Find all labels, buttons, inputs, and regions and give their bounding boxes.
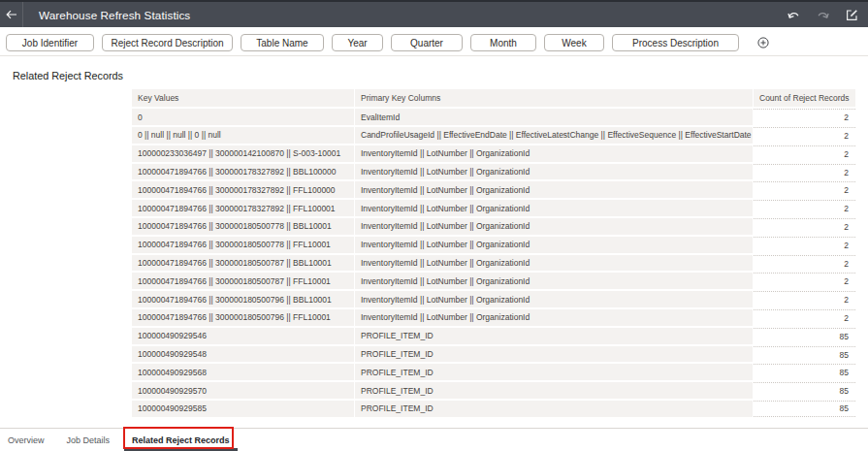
key-values-cell: 0 xyxy=(132,109,355,125)
primary-key-columns-cell: PROFILE_ITEM_ID xyxy=(355,382,754,399)
table-row[interactable]: 100000233036497 || 300000142100870 || S-… xyxy=(132,145,855,162)
column-header-key-values[interactable]: Key Values xyxy=(132,89,355,107)
table-row[interactable]: 100000490929585 PROFILE_ITEM_ID 85 xyxy=(132,401,855,417)
primary-key-columns-cell: InventoryItemId || LotNumber || Organiza… xyxy=(355,164,754,180)
key-values-cell: 100000490929570 xyxy=(132,382,355,399)
table-row[interactable]: 100000471894766 || 300000178327892 || FF… xyxy=(132,181,855,198)
undo-icon xyxy=(788,9,800,21)
filter-chip-reject-record-description[interactable]: Reject Record Description xyxy=(102,34,233,51)
count-cell: 85 xyxy=(754,328,855,344)
tab-related-reject-records[interactable]: Related Reject Records xyxy=(124,429,238,451)
filter-chip-bar: Job IdentifierReject Record DescriptionT… xyxy=(6,34,769,51)
section-title: Related Reject Records xyxy=(13,70,123,81)
table-row[interactable]: 100000471894766 || 300000180500778 || BB… xyxy=(132,218,855,235)
filter-chip-process-description[interactable]: Process Description xyxy=(612,34,739,51)
bottom-tab-bar: OverviewJob DetailsRelated Reject Record… xyxy=(0,428,868,451)
key-values-cell: 0 || null || null || 0 || null xyxy=(132,127,355,144)
page-title: Warehouse Refresh Statistics xyxy=(39,9,190,21)
undo-button[interactable] xyxy=(788,9,800,21)
redo-button[interactable] xyxy=(817,9,829,21)
primary-key-columns-cell: InventoryItemId || LotNumber || Organiza… xyxy=(355,181,754,198)
key-values-cell: 100000471894766 || 300000180500787 || FF… xyxy=(132,273,355,289)
count-cell: 2 xyxy=(754,218,855,235)
primary-key-columns-cell: PROFILE_ITEM_ID xyxy=(355,346,754,363)
key-values-cell: 100000490929546 xyxy=(132,328,355,344)
table-row[interactable]: 100000471894766 || 300000180500796 || FF… xyxy=(132,309,855,326)
reject-records-table: Key Values Primary Key Columns Count of … xyxy=(132,87,855,419)
key-values-cell: 100000471894766 || 300000180500778 || BB… xyxy=(132,218,355,235)
table-row[interactable]: 100000471894766 || 300000180500796 || BB… xyxy=(132,291,855,307)
key-values-cell: 100000490929585 xyxy=(132,401,355,417)
tab-overview[interactable]: Overview xyxy=(0,429,52,451)
count-cell: 2 xyxy=(754,127,855,144)
count-cell: 2 xyxy=(754,291,855,307)
primary-key-columns-cell: InventoryItemId || LotNumber || Organiza… xyxy=(355,291,754,307)
table-row[interactable]: 100000490929570 PROFILE_ITEM_ID 85 xyxy=(132,382,855,399)
back-button[interactable] xyxy=(0,2,22,27)
primary-key-columns-cell: InventoryItemId || LotNumber || Organiza… xyxy=(355,273,754,289)
primary-key-columns-cell: PROFILE_ITEM_ID xyxy=(355,328,754,344)
filter-chip-week[interactable]: Week xyxy=(544,34,604,51)
key-values-cell: 100000490929568 xyxy=(132,364,355,380)
count-cell: 2 xyxy=(754,237,855,253)
key-values-cell: 100000471894766 || 300000178327892 || BB… xyxy=(132,164,355,180)
key-values-cell: 100000471894766 || 300000178327892 || FF… xyxy=(132,200,355,216)
table-row[interactable]: 100000471894766 || 300000180500778 || FF… xyxy=(132,237,855,253)
count-cell: 2 xyxy=(754,273,855,289)
column-header-count[interactable]: Count of Reject Records xyxy=(754,89,855,107)
primary-key-columns-cell: CandProfileUsageId || EffectiveEndDate |… xyxy=(355,127,754,144)
primary-key-columns-cell: EvalItemId xyxy=(355,109,754,125)
table-header-row: Key Values Primary Key Columns Count of … xyxy=(132,89,855,107)
key-values-cell: 100000233036497 || 300000142100870 || S-… xyxy=(132,145,355,162)
filter-chip-table-name[interactable]: Table Name xyxy=(241,34,324,51)
edit-icon xyxy=(846,9,858,21)
count-cell: 2 xyxy=(754,109,855,125)
count-cell: 85 xyxy=(754,364,855,380)
table-row[interactable]: 100000471894766 || 300000178327892 || BB… xyxy=(132,164,855,180)
tab-job-details[interactable]: Job Details xyxy=(59,429,118,451)
count-cell: 85 xyxy=(754,401,855,417)
filter-chip-job-identifier[interactable]: Job Identifier xyxy=(6,34,94,51)
count-cell: 85 xyxy=(754,382,855,399)
add-filter-button[interactable] xyxy=(757,37,769,48)
primary-key-columns-cell: InventoryItemId || LotNumber || Organiza… xyxy=(355,309,754,326)
column-header-primary-key-columns[interactable]: Primary Key Columns xyxy=(355,89,754,107)
count-cell: 2 xyxy=(754,181,855,198)
table-row[interactable]: 100000471894766 || 300000178327892 || FF… xyxy=(132,200,855,216)
count-cell: 2 xyxy=(754,200,855,216)
filter-bar-divider xyxy=(0,55,868,56)
key-values-cell: 100000471894766 || 300000180500787 || BB… xyxy=(132,255,355,272)
arrow-left-icon xyxy=(6,10,17,19)
key-values-cell: 100000471894766 || 300000180500796 || FF… xyxy=(132,309,355,326)
count-cell: 2 xyxy=(754,164,855,180)
primary-key-columns-cell: InventoryItemId || LotNumber || Organiza… xyxy=(355,218,754,235)
table-row[interactable]: 100000490929548 PROFILE_ITEM_ID 85 xyxy=(132,346,855,363)
table-row[interactable]: 100000471894766 || 300000180500787 || BB… xyxy=(132,255,855,272)
count-cell: 2 xyxy=(754,145,855,162)
topbar-divider xyxy=(22,2,23,27)
count-cell: 2 xyxy=(754,255,855,272)
count-cell: 85 xyxy=(754,346,855,363)
edit-button[interactable] xyxy=(846,9,858,21)
primary-key-columns-cell: InventoryItemId || LotNumber || Organiza… xyxy=(355,255,754,272)
primary-key-columns-cell: InventoryItemId || LotNumber || Organiza… xyxy=(355,200,754,216)
table-row[interactable]: 0 || null || null || 0 || null CandProfi… xyxy=(132,127,855,144)
filter-chip-year[interactable]: Year xyxy=(332,34,383,51)
filter-chip-quarter[interactable]: Quarter xyxy=(391,34,463,51)
table-row[interactable]: 0 EvalItemId 2 xyxy=(132,109,855,125)
primary-key-columns-cell: InventoryItemId || LotNumber || Organiza… xyxy=(355,145,754,162)
table-row[interactable]: 100000490929546 PROFILE_ITEM_ID 85 xyxy=(132,328,855,344)
count-cell: 2 xyxy=(754,309,855,326)
primary-key-columns-cell: InventoryItemId || LotNumber || Organiza… xyxy=(355,237,754,253)
key-values-cell: 100000490929548 xyxy=(132,346,355,363)
topbar-actions xyxy=(788,9,868,21)
redo-icon xyxy=(817,9,829,21)
primary-key-columns-cell: PROFILE_ITEM_ID xyxy=(355,401,754,417)
key-values-cell: 100000471894766 || 300000180500796 || BB… xyxy=(132,291,355,307)
primary-key-columns-cell: PROFILE_ITEM_ID xyxy=(355,364,754,380)
table-row[interactable]: 100000471894766 || 300000180500787 || FF… xyxy=(132,273,855,289)
table-row[interactable]: 100000490929568 PROFILE_ITEM_ID 85 xyxy=(132,364,855,380)
key-values-cell: 100000471894766 || 300000180500778 || FF… xyxy=(132,237,355,253)
plus-circle-icon xyxy=(757,37,769,48)
filter-chip-month[interactable]: Month xyxy=(470,34,536,51)
